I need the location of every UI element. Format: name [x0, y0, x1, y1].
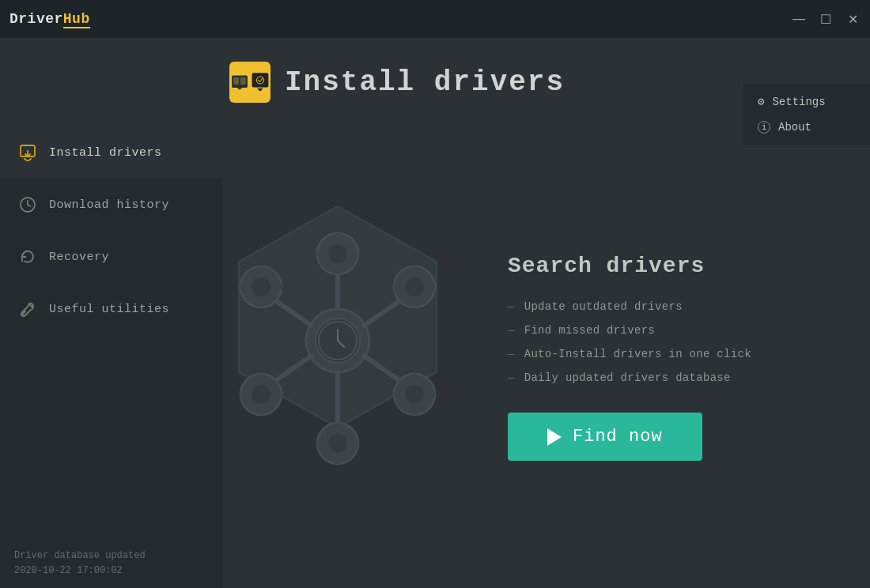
svg-point-40: [252, 385, 270, 404]
svg-rect-37: [394, 284, 400, 290]
install-drivers-icon: [19, 144, 36, 161]
sidebar-item-download-history[interactable]: Download history: [0, 179, 223, 231]
find-now-button[interactable]: Find now: [508, 413, 702, 461]
svg-rect-44: [275, 391, 282, 398]
svg-rect-2: [252, 73, 269, 87]
sidebar-item-recovery[interactable]: Recovery: [0, 231, 223, 283]
svg-rect-50: [429, 391, 435, 398]
minimize-button[interactable]: —: [791, 11, 807, 27]
svg-rect-25: [317, 440, 323, 447]
svg-point-34: [405, 277, 424, 296]
gear-graphic: [191, 175, 484, 507]
svg-rect-35: [411, 266, 418, 273]
useful-utilities-icon: [19, 300, 36, 318]
find-now-label: Find now: [573, 427, 663, 447]
badge-icon: [250, 69, 270, 96]
header: Install drivers ⚙ Settings i About: [0, 38, 870, 126]
svg-rect-36: [411, 301, 418, 307]
sidebar-label-recovery: Recovery: [49, 251, 109, 264]
feature-list: Update outdated drivers Find missed driv…: [508, 300, 751, 384]
search-panel: Search drivers Update outdated drivers F…: [508, 254, 751, 461]
svg-rect-19: [317, 251, 323, 257]
logo-hub: Hub: [63, 11, 90, 28]
svg-rect-18: [335, 268, 341, 274]
about-icon: i: [758, 121, 770, 134]
recovery-icon: [19, 248, 36, 266]
title-bar: DriverHub — ☐ ✕: [0, 0, 870, 38]
svg-rect-23: [335, 423, 341, 429]
download-history-icon: [19, 196, 36, 213]
svg-rect-48: [411, 409, 418, 415]
svg-point-16: [328, 244, 347, 263]
settings-icon: ⚙: [758, 95, 764, 108]
search-title: Search drivers: [508, 254, 751, 278]
svg-rect-17: [335, 233, 341, 239]
svg-point-46: [405, 385, 424, 404]
feature-item-2: Find missed drivers: [508, 324, 751, 337]
svg-point-28: [252, 277, 270, 296]
play-icon: [547, 428, 562, 446]
header-icon: [229, 62, 270, 103]
sidebar-label-history: Download history: [49, 198, 169, 212]
svg-rect-30: [258, 301, 264, 307]
status-line2: 2020-10-22 17:00:02: [14, 564, 209, 579]
main-layout: Install drivers Download history Recover…: [0, 126, 870, 588]
close-button[interactable]: ✕: [845, 11, 861, 27]
svg-rect-24: [335, 458, 341, 464]
install-icon: [229, 69, 250, 96]
svg-point-22: [328, 434, 347, 453]
about-label: About: [778, 121, 811, 134]
svg-rect-29: [258, 266, 264, 273]
logo-text: DriverHub: [9, 11, 90, 27]
svg-rect-20: [352, 251, 358, 257]
settings-label: Settings: [772, 96, 825, 108]
sidebar-item-useful-utilities[interactable]: Useful utilities: [0, 283, 223, 335]
sidebar-label-utilities: Useful utilities: [49, 303, 169, 316]
window-controls: — ☐ ✕: [791, 11, 861, 27]
svg-rect-38: [429, 284, 435, 290]
svg-rect-26: [352, 440, 358, 447]
svg-rect-32: [275, 284, 282, 290]
logo: DriverHub: [9, 11, 90, 27]
settings-menu-item[interactable]: ⚙ Settings: [743, 89, 870, 115]
feature-item-4: Daily updated drivers database: [508, 371, 751, 384]
main-content: Search drivers Update outdated drivers F…: [223, 126, 870, 588]
svg-rect-43: [240, 391, 247, 398]
top-right-menu: ⚙ Settings i About: [743, 84, 870, 145]
feature-item-1: Update outdated drivers: [508, 300, 751, 313]
svg-rect-41: [258, 374, 264, 380]
svg-rect-49: [394, 391, 400, 398]
status-line1: Driver database updated: [14, 548, 209, 564]
svg-rect-47: [411, 374, 418, 380]
feature-item-3: Auto-Install drivers in one click: [508, 348, 751, 360]
sidebar-item-install-drivers[interactable]: Install drivers: [0, 126, 223, 179]
maximize-button[interactable]: ☐: [818, 11, 834, 27]
svg-rect-42: [258, 409, 264, 415]
sidebar-label-install: Install drivers: [49, 146, 162, 160]
page-title: Install drivers: [285, 66, 565, 99]
sidebar: Install drivers Download history Recover…: [0, 126, 223, 588]
about-menu-item[interactable]: i About: [743, 115, 870, 140]
svg-rect-31: [240, 284, 247, 290]
status-bar: Driver database updated 2020-10-22 17:00…: [0, 539, 223, 588]
